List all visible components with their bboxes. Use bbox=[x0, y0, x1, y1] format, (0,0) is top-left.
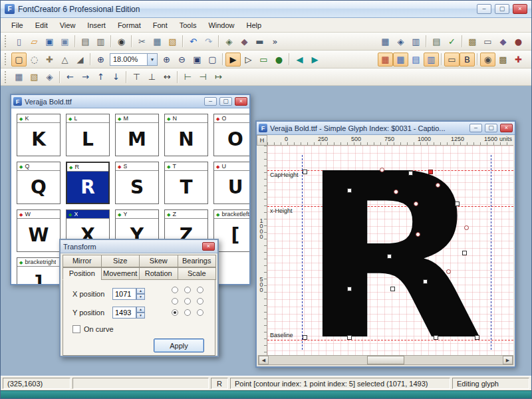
glyph-cell-O[interactable]: ◆OO bbox=[213, 114, 249, 156]
glyph-cell-U[interactable]: ◆UU bbox=[213, 162, 249, 204]
off-curve-point[interactable] bbox=[416, 232, 420, 237]
tab-position[interactable]: Position bbox=[63, 267, 102, 280]
shift-up-icon[interactable]: ↑ bbox=[93, 70, 108, 84]
contour-edit-icon[interactable]: △ bbox=[57, 53, 72, 66]
draw-ellipse-icon[interactable]: ● bbox=[271, 53, 287, 66]
open-font-icon[interactable]: ▱ bbox=[27, 35, 42, 49]
on-curve-point[interactable] bbox=[423, 279, 428, 284]
print-icon[interactable]: ▤ bbox=[78, 35, 93, 49]
glyph-canvas[interactable]: CapHeight x-Height Baseline R bbox=[267, 146, 513, 355]
find-glyph-icon[interactable]: ◉ bbox=[114, 35, 129, 49]
draw-rectangle-icon[interactable]: ▭ bbox=[256, 53, 271, 66]
off-curve-point[interactable] bbox=[436, 183, 440, 188]
tab-movement[interactable]: Movement bbox=[101, 267, 140, 280]
paste-outline-icon[interactable]: ▧ bbox=[27, 70, 42, 84]
maximize-button[interactable]: ▢ bbox=[219, 97, 232, 106]
anchor-radio-8[interactable] bbox=[197, 309, 203, 316]
menu-tools[interactable]: Tools bbox=[174, 20, 202, 31]
minimize-button[interactable]: – bbox=[477, 4, 491, 14]
toolbar-grip[interactable] bbox=[5, 71, 8, 83]
anchor-radio-4[interactable] bbox=[184, 298, 191, 305]
tab-scale[interactable]: Scale bbox=[178, 267, 217, 280]
scrollbar-track[interactable] bbox=[269, 356, 503, 364]
sample-text-icon[interactable]: ▬ bbox=[252, 35, 267, 49]
on-curve-checkbox[interactable] bbox=[72, 325, 80, 333]
new-font-icon[interactable]: ▯ bbox=[11, 35, 27, 49]
glyph-cell-bracketright[interactable]: ◆bracketright] bbox=[17, 257, 61, 284]
on-curve-point[interactable] bbox=[303, 170, 307, 174]
shift-right-icon[interactable]: → bbox=[78, 70, 93, 84]
tab-skew[interactable]: Skew bbox=[139, 255, 178, 267]
save-all-icon[interactable]: ▣ bbox=[57, 35, 72, 49]
maximize-button[interactable]: ▢ bbox=[495, 4, 509, 14]
previous-glyph-icon[interactable]: ◀ bbox=[292, 53, 307, 66]
glyph-cell-K[interactable]: ◆KK bbox=[17, 114, 61, 156]
glyph-cell-W[interactable]: ◆WW bbox=[17, 209, 61, 252]
autonaming-icon[interactable]: ● bbox=[511, 35, 526, 49]
zoom-combobox[interactable]: 18.00%▼ bbox=[110, 53, 158, 66]
contour-mode-icon[interactable]: ▷ bbox=[241, 53, 256, 66]
merge-contours-icon[interactable]: ◈ bbox=[42, 70, 57, 84]
menu-window[interactable]: Window bbox=[203, 20, 239, 31]
insert-characters-icon[interactable]: ◈ bbox=[221, 35, 237, 49]
menu-help[interactable]: Help bbox=[241, 20, 267, 31]
close-button[interactable]: × bbox=[202, 242, 215, 251]
scroll-left-arrow-icon[interactable]: ◀ bbox=[259, 356, 269, 364]
tab-rotation[interactable]: Rotation bbox=[139, 267, 178, 280]
right-bearing-line[interactable] bbox=[491, 155, 491, 350]
show-background-icon[interactable]: ▩ bbox=[495, 53, 511, 66]
toolbar-overflow-chevron[interactable]: » bbox=[267, 35, 283, 49]
advance-width-icon[interactable]: ↦ bbox=[211, 70, 226, 84]
scroll-right-arrow-icon[interactable]: ▶ bbox=[503, 356, 513, 364]
spin-down-icon[interactable]: ▼ bbox=[136, 294, 145, 300]
glyph-edit-panel-icon[interactable]: ◈ bbox=[393, 35, 408, 49]
anchor-radio-1[interactable] bbox=[184, 287, 191, 293]
font-overview-panel-icon[interactable]: ▦ bbox=[378, 35, 393, 49]
copy-icon[interactable]: ▦ bbox=[150, 35, 165, 49]
menu-file[interactable]: File bbox=[6, 20, 29, 31]
minimize-button[interactable]: – bbox=[469, 124, 482, 132]
right-sidebearing-icon[interactable]: ⊣ bbox=[196, 70, 211, 84]
maximize-button[interactable]: ▢ bbox=[485, 124, 497, 132]
on-curve-point[interactable] bbox=[475, 335, 479, 340]
shift-down-icon[interactable]: ↓ bbox=[108, 70, 124, 84]
anchor-radio-2[interactable] bbox=[197, 287, 203, 293]
glyph-cell-bracketleft[interactable]: ◆bracketleft[ bbox=[213, 209, 249, 252]
on-curve-point[interactable] bbox=[390, 287, 395, 291]
pointer-mode-icon[interactable]: ▶ bbox=[225, 53, 241, 66]
ruler-corner-button[interactable]: H bbox=[257, 135, 267, 146]
undo-icon[interactable]: ↶ bbox=[186, 35, 201, 49]
paste-icon[interactable]: ▧ bbox=[165, 35, 180, 49]
glyph-outline-area[interactable]: R bbox=[303, 170, 483, 340]
align-bottom-icon[interactable]: ⊥ bbox=[144, 70, 160, 84]
on-curve-point[interactable] bbox=[347, 335, 352, 340]
on-curve-point[interactable] bbox=[347, 188, 352, 193]
preview-panel-icon[interactable]: ▥ bbox=[408, 35, 424, 49]
anchor-radio-5[interactable] bbox=[197, 298, 203, 305]
menu-view[interactable]: View bbox=[55, 20, 81, 31]
zoom-in-icon[interactable]: ⊕ bbox=[159, 53, 174, 66]
on-curve-point[interactable] bbox=[408, 171, 413, 176]
anchor-radio-7[interactable] bbox=[184, 309, 191, 316]
y-position-input[interactable] bbox=[112, 307, 136, 319]
zoom-out-icon[interactable]: ⊖ bbox=[174, 53, 190, 66]
scrollbar-thumb[interactable] bbox=[367, 356, 404, 364]
close-button[interactable]: × bbox=[513, 4, 527, 14]
show-grid-icon[interactable]: ▦ bbox=[378, 53, 393, 66]
on-curve-point[interactable] bbox=[455, 201, 460, 206]
rectangle-select-icon[interactable]: ▢ bbox=[11, 53, 27, 66]
horizontal-scrollbar[interactable]: ◀ ▶ bbox=[258, 355, 513, 365]
center-glyph-icon[interactable]: ↔ bbox=[160, 70, 175, 84]
snap-to-grid-icon[interactable]: ▦ bbox=[393, 53, 408, 66]
shift-left-icon[interactable]: ← bbox=[63, 70, 78, 84]
glyph-cell-R[interactable]: ◆RR bbox=[66, 162, 110, 204]
on-curve-point[interactable] bbox=[462, 251, 467, 255]
pan-hand-icon[interactable]: ✚ bbox=[42, 53, 57, 66]
align-top-icon[interactable]: ⊤ bbox=[129, 70, 144, 84]
anchor-radio-0[interactable] bbox=[172, 287, 178, 293]
glyph-cell-N[interactable]: ◆NN bbox=[164, 114, 208, 156]
close-button[interactable]: × bbox=[235, 97, 247, 106]
redo-icon[interactable]: ↷ bbox=[201, 35, 216, 49]
lasso-select-icon[interactable]: ◌ bbox=[27, 53, 42, 66]
glyph-cell-T[interactable]: ◆TT bbox=[164, 162, 208, 204]
